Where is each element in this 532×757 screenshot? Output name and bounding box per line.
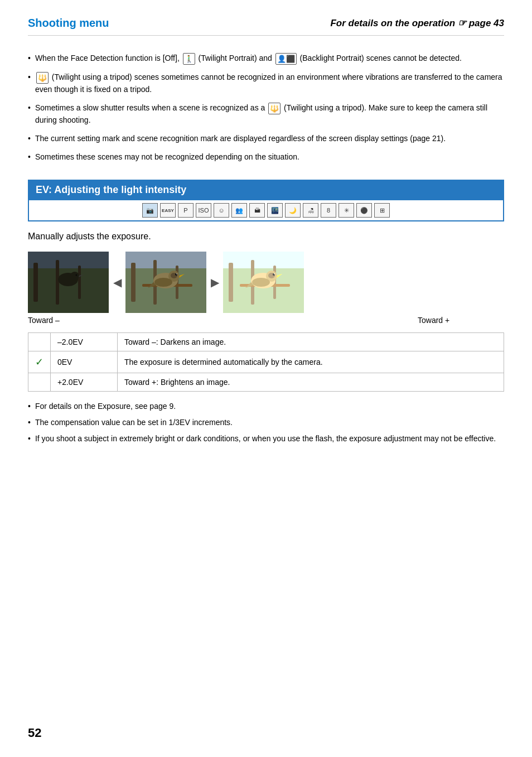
svg-point-23	[154, 278, 172, 287]
svg-point-7	[70, 272, 79, 281]
svg-rect-5	[78, 266, 81, 299]
grid-icon: ⊞	[374, 203, 390, 218]
toward-minus-label: Toward –	[28, 316, 109, 325]
section-title: EV: Adjusting the light intensity	[36, 184, 186, 195]
ev-table: –2.0EV Toward –: Darkens an image. ✓ 0EV…	[28, 332, 504, 392]
bullet-item-4: The current setting mark and scene recog…	[28, 133, 504, 144]
page-title-left: Shooting menu	[28, 17, 109, 30]
bullet-item-1: When the Face Detection function is [Off…	[28, 52, 504, 65]
circle-icon: ⚫	[356, 203, 372, 218]
page-number: 52	[28, 726, 41, 740]
bullet-item-5: Sometimes these scenes may not be recogn…	[28, 151, 504, 163]
icon-strip: 📷 EASY P ISO ☺ 👥 🏔 🌃 🌙 🏖 8 ✳ ⚫ ⊞	[28, 200, 504, 221]
face-icon: 👥	[231, 203, 247, 218]
ev-desc-2: The exposure is determined automatically…	[118, 351, 504, 373]
p-icon: P	[178, 203, 194, 218]
table-row: –2.0EV Toward –: Darkens an image.	[28, 333, 504, 351]
svg-rect-3	[33, 263, 38, 302]
check-col-1	[28, 333, 51, 351]
svg-rect-13	[131, 263, 136, 302]
svg-point-9	[76, 274, 78, 276]
bullet-item-2: 🔱 (Twilight using a tripod) scenes somet…	[28, 71, 504, 95]
ev-desc-1: Toward –: Darkens an image.	[118, 333, 504, 351]
bullet-list: When the Face Detection function is [Off…	[28, 52, 504, 163]
page-header: Shooting menu For details on the operati…	[28, 17, 504, 36]
tripod-icon-2: 🔱	[268, 103, 280, 115]
note-item-1: For details on the Exposure, see page 9.	[28, 401, 504, 412]
ev-section-header: EV: Adjusting the light intensity	[28, 180, 504, 200]
bird-image-light	[223, 252, 304, 313]
ev-desc-3: Toward +: Brightens an image.	[118, 373, 504, 392]
labels-row: Toward – Toward +	[28, 316, 504, 325]
smile-icon: ☺	[214, 203, 229, 218]
svg-point-38	[252, 278, 270, 287]
svg-point-22	[176, 273, 177, 274]
arrow-right-icon: ▶	[206, 274, 223, 291]
toward-plus-label: Toward +	[418, 316, 499, 325]
backlight-portrait-icon: 👤⬛	[275, 53, 297, 65]
easy-icon: EASY	[160, 203, 176, 218]
bird-image-dark	[28, 252, 109, 313]
svg-rect-4	[56, 260, 59, 305]
table-row: +2.0EV Toward +: Brightens an image.	[28, 373, 504, 392]
note-item-3: If you shoot a subject in extremely brig…	[28, 433, 504, 445]
manually-text: Manually adjusts the exposure.	[28, 232, 504, 242]
svg-rect-28	[229, 263, 233, 302]
bullet-item-3: Sometimes a slow shutter results when a …	[28, 102, 504, 126]
tripod-icon: 🔱	[36, 72, 49, 84]
table-row: ✓ 0EV The exposure is determined automat…	[28, 351, 504, 373]
iso-icon: ISO	[196, 203, 211, 218]
beach-icon: 🏖	[303, 203, 318, 218]
check-col-3	[28, 373, 51, 392]
page: Shooting menu For details on the operati…	[0, 0, 532, 757]
page-title-right: For details on the operation ☞ page 43	[330, 17, 504, 29]
landscape-icon: 🏔	[249, 203, 265, 218]
bird-image-normal	[125, 252, 206, 313]
images-row: ◀	[28, 252, 504, 313]
camera-icon: 📷	[142, 203, 158, 218]
ev-val-2: 0EV	[51, 351, 118, 373]
moon-icon: 🌙	[285, 203, 301, 218]
note-item-2: The compensation value can be set in 1/3…	[28, 417, 504, 428]
ev-val-3: +2.0EV	[51, 373, 118, 392]
burst-icon: ✳	[338, 203, 354, 218]
twilight-portrait-icon: 🚶‍♂	[183, 53, 195, 65]
check-col-2: ✓	[28, 351, 51, 373]
number-icon: 8	[321, 203, 336, 218]
arrow-left-icon: ◀	[109, 274, 125, 291]
notes-list: For details on the Exposure, see page 9.…	[28, 401, 504, 445]
svg-point-37	[274, 273, 275, 274]
twilight-icon: 🌃	[267, 203, 283, 218]
ev-val-1: –2.0EV	[51, 333, 118, 351]
